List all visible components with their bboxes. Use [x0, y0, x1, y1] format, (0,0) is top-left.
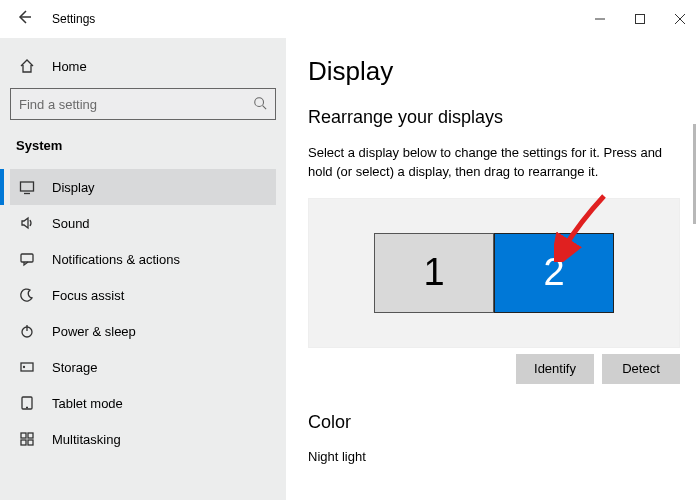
search-input[interactable]: Find a setting — [10, 88, 276, 120]
scrollbar[interactable] — [693, 124, 696, 224]
monitor-icon — [16, 179, 38, 195]
sidebar-item-sound[interactable]: Sound — [10, 205, 276, 241]
annotation-arrow-icon — [554, 190, 614, 262]
svg-rect-11 — [21, 363, 33, 371]
home-icon — [16, 58, 38, 74]
sidebar-item-label: Multitasking — [52, 432, 121, 447]
rearrange-description: Select a display below to change the set… — [308, 144, 678, 182]
close-button[interactable] — [660, 0, 700, 38]
minimize-button[interactable] — [580, 0, 620, 38]
svg-rect-8 — [21, 254, 33, 262]
storage-icon — [16, 359, 38, 375]
maximize-button[interactable] — [620, 0, 660, 38]
night-light-label: Night light — [308, 449, 700, 464]
svg-rect-6 — [21, 182, 34, 191]
sidebar: Home Find a setting System Display Sound… — [0, 38, 286, 500]
display-arrangement-canvas[interactable]: 1 2 — [308, 198, 680, 348]
moon-icon — [16, 287, 38, 303]
svg-point-4 — [255, 97, 264, 106]
sidebar-home[interactable]: Home — [10, 48, 276, 84]
sidebar-item-tablet-mode[interactable]: Tablet mode — [10, 385, 276, 421]
sidebar-item-label: Notifications & actions — [52, 252, 180, 267]
tablet-icon — [16, 395, 38, 411]
svg-point-12 — [24, 367, 25, 368]
svg-rect-15 — [21, 433, 26, 438]
identify-button[interactable]: Identify — [516, 354, 594, 384]
titlebar: Settings — [0, 0, 700, 38]
sidebar-home-label: Home — [52, 59, 87, 74]
sidebar-item-label: Focus assist — [52, 288, 124, 303]
sidebar-item-label: Display — [52, 180, 95, 195]
main-panel: Display Rearrange your displays Select a… — [286, 38, 700, 500]
page-title: Display — [308, 56, 700, 87]
sidebar-item-label: Power & sleep — [52, 324, 136, 339]
rearrange-heading: Rearrange your displays — [308, 107, 700, 128]
section-label: System — [16, 138, 276, 153]
sidebar-item-label: Sound — [52, 216, 90, 231]
search-placeholder: Find a setting — [19, 97, 253, 112]
sidebar-item-multitasking[interactable]: Multitasking — [10, 421, 276, 457]
sidebar-item-notifications[interactable]: Notifications & actions — [10, 241, 276, 277]
bubble-icon — [16, 251, 38, 267]
multitask-icon — [16, 431, 38, 447]
sidebar-item-storage[interactable]: Storage — [10, 349, 276, 385]
svg-rect-16 — [28, 433, 33, 438]
svg-line-5 — [263, 105, 267, 109]
speaker-icon — [16, 215, 38, 231]
sidebar-item-power-sleep[interactable]: Power & sleep — [10, 313, 276, 349]
sidebar-item-label: Storage — [52, 360, 98, 375]
app-title: Settings — [52, 12, 95, 26]
svg-rect-17 — [21, 440, 26, 445]
sidebar-item-display[interactable]: Display — [10, 169, 276, 205]
svg-rect-1 — [636, 15, 645, 24]
power-icon — [16, 323, 38, 339]
color-heading: Color — [308, 412, 700, 433]
display-1[interactable]: 1 — [374, 233, 494, 313]
sidebar-item-label: Tablet mode — [52, 396, 123, 411]
sidebar-item-focus-assist[interactable]: Focus assist — [10, 277, 276, 313]
detect-button[interactable]: Detect — [602, 354, 680, 384]
search-icon — [253, 96, 267, 113]
back-icon[interactable] — [12, 9, 36, 29]
svg-rect-18 — [28, 440, 33, 445]
